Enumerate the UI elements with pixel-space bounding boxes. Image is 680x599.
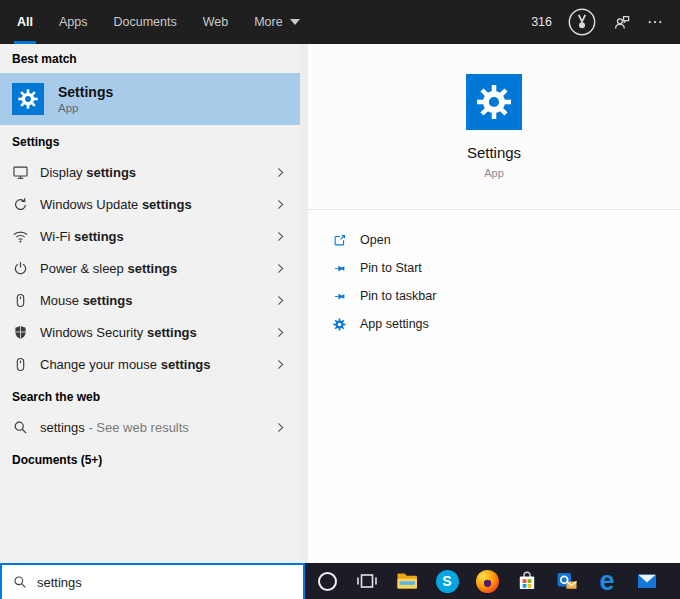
edge-button[interactable]: e	[595, 569, 619, 593]
preview-panel: Settings App Open Pin to Start Pin to ta…	[300, 44, 680, 563]
tab-more[interactable]: More	[241, 0, 312, 44]
best-match-text: Settings App	[58, 84, 113, 114]
chevron-right-icon[interactable]	[273, 325, 288, 340]
chevron-right-icon[interactable]	[273, 420, 288, 435]
result-label: Mouse settings	[40, 293, 132, 308]
preview-app-title: Settings	[467, 144, 521, 161]
edge-icon: e	[599, 569, 614, 593]
chevron-right-icon[interactable]	[273, 165, 288, 180]
open-icon	[332, 233, 347, 248]
microsoft-store-icon	[515, 569, 539, 593]
tab-all[interactable]: All	[4, 0, 46, 44]
result-label: settings - See web results	[40, 420, 189, 435]
taskbar: S e	[305, 563, 680, 599]
best-match-result[interactable]: Settings App	[0, 73, 300, 125]
result-mouse-settings[interactable]: Mouse settings	[0, 284, 300, 316]
result-windows-security-settings[interactable]: Windows Security settings	[0, 316, 300, 348]
search-input[interactable]	[37, 575, 277, 590]
topbar-right-cluster: 316	[531, 0, 680, 44]
result-label: Display settings	[40, 165, 136, 180]
display-icon	[12, 164, 29, 181]
outlook-icon	[555, 569, 579, 593]
file-explorer-button[interactable]	[395, 569, 419, 593]
power-icon	[12, 260, 29, 277]
settings-gear-tile-icon	[466, 74, 522, 130]
preview-app-subtitle: App	[484, 167, 504, 179]
settings-section-header: Settings	[0, 125, 300, 156]
best-match-header: Best match	[0, 44, 300, 73]
mouse-icon	[12, 356, 29, 373]
ellipsis-icon[interactable]	[646, 13, 664, 31]
mouse-icon	[12, 292, 29, 309]
feedback-icon[interactable]	[612, 13, 631, 32]
chevron-right-icon[interactable]	[273, 229, 288, 244]
tab-apps[interactable]: Apps	[46, 0, 101, 44]
result-wifi-settings[interactable]: Wi-Fi settings	[0, 220, 300, 252]
result-label: Wi-Fi settings	[40, 229, 124, 244]
search-filter-bar: All Apps Documents Web More 316	[0, 0, 680, 44]
action-list: Open Pin to Start Pin to taskbar App set…	[308, 210, 680, 338]
result-change-your-mouse-settings[interactable]: Change your mouse settings	[0, 348, 300, 380]
result-display-settings[interactable]: Display settings	[0, 156, 300, 188]
sync-icon	[12, 196, 29, 213]
wifi-icon	[12, 228, 29, 245]
rewards-medal-icon[interactable]	[567, 7, 597, 37]
search-results-panel: Best match Settings App Settings Display…	[0, 44, 300, 563]
search-icon	[12, 419, 29, 436]
filter-tabs: All Apps Documents Web More	[0, 0, 313, 44]
result-windows-update-settings[interactable]: Windows Update settings	[0, 188, 300, 220]
tab-documents[interactable]: Documents	[100, 0, 189, 44]
chevron-right-icon[interactable]	[273, 197, 288, 212]
mail-button[interactable]	[635, 569, 659, 593]
best-match-subtitle: App	[58, 102, 113, 114]
action-pin-to-taskbar[interactable]: Pin to taskbar	[332, 282, 680, 310]
tab-web[interactable]: Web	[190, 0, 241, 44]
result-label: Windows Security settings	[40, 325, 197, 340]
outlook-button[interactable]	[555, 569, 579, 593]
task-view-button[interactable]	[355, 569, 379, 593]
result-web-search[interactable]: settings - See web results	[0, 411, 300, 443]
chevron-down-icon	[290, 19, 300, 25]
taskbar-search-box[interactable]	[0, 563, 305, 599]
action-pin-to-start[interactable]: Pin to Start	[332, 254, 680, 282]
chevron-right-icon[interactable]	[273, 261, 288, 276]
pin-icon	[332, 289, 347, 304]
task-view-icon	[355, 569, 379, 593]
firefox-icon	[476, 570, 499, 593]
search-the-web-header: Search the web	[0, 380, 300, 411]
chevron-right-icon[interactable]	[273, 357, 288, 372]
shield-icon	[12, 324, 29, 341]
microsoft-store-button[interactable]	[515, 569, 539, 593]
result-label: Windows Update settings	[40, 197, 192, 212]
result-label: Power & sleep settings	[40, 261, 177, 276]
result-power-sleep-settings[interactable]: Power & sleep settings	[0, 252, 300, 284]
result-label: Change your mouse settings	[40, 357, 211, 372]
cortana-icon	[318, 572, 337, 591]
action-app-settings[interactable]: App settings	[332, 310, 680, 338]
skype-icon: S	[436, 570, 459, 593]
rewards-points: 316	[531, 15, 552, 29]
panel-divider-strip	[300, 44, 308, 563]
firefox-button[interactable]	[475, 569, 499, 593]
preview-header: Settings App	[308, 44, 680, 210]
search-icon	[12, 574, 28, 590]
mail-icon	[635, 569, 659, 593]
settings-gear-tile-icon	[12, 83, 44, 115]
windows-search-panel: All Apps Documents Web More 316	[0, 0, 680, 599]
action-open[interactable]: Open	[332, 226, 680, 254]
gear-icon	[332, 317, 347, 332]
file-explorer-icon	[395, 569, 419, 593]
documents-section-header: Documents (5+)	[0, 443, 300, 474]
cortana-button[interactable]	[315, 569, 339, 593]
chevron-right-icon[interactable]	[273, 293, 288, 308]
skype-button[interactable]: S	[435, 569, 459, 593]
best-match-title: Settings	[58, 84, 113, 100]
preview-content: Settings App Open Pin to Start Pin to ta…	[308, 44, 680, 563]
pin-icon	[332, 261, 347, 276]
